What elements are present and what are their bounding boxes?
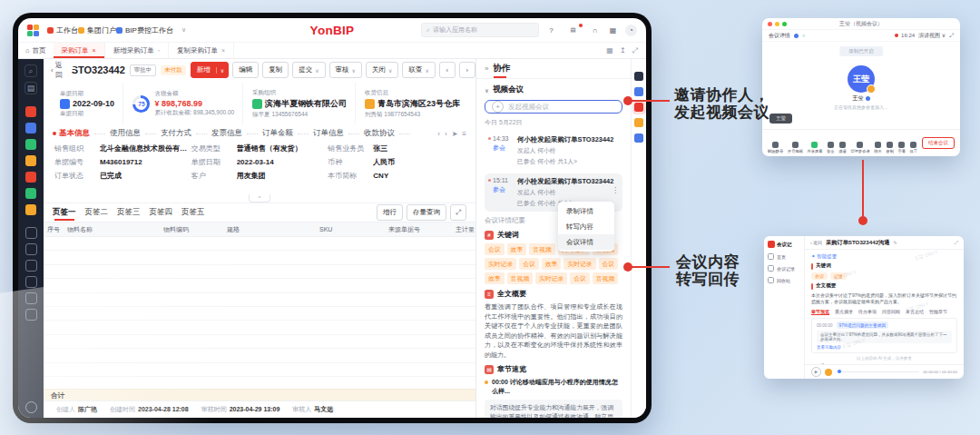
- notes-expand-icon[interactable]: ⤢: [955, 240, 958, 246]
- meeting-tool-button[interactable]: 邀请: [838, 142, 847, 153]
- page-tab[interactable]: 页签五: [181, 204, 205, 221]
- seek-bar[interactable]: [836, 371, 919, 373]
- notes-tab[interactable]: 问答回顾: [882, 309, 900, 315]
- table-row[interactable]: [44, 279, 475, 292]
- nav-caret-icon[interactable]: ∨: [181, 26, 186, 34]
- table-row[interactable]: [44, 307, 475, 321]
- rail-app-icon[interactable]: [634, 87, 643, 96]
- ai-summary-link[interactable]: ✦ 智能提要: [811, 253, 957, 260]
- tool-chat-icon[interactable]: [25, 243, 37, 255]
- notes-tab[interactable]: 待办事项: [858, 309, 877, 315]
- meeting-item[interactable]: 14:33参会 何小栓发起采购订单STO323442发起人 何小栓已参会 何小栓…: [485, 132, 622, 170]
- page-tab[interactable]: 页签三: [117, 204, 141, 221]
- menu-icon[interactable]: ≡: [462, 130, 466, 138]
- rail-app-icon[interactable]: [634, 103, 643, 112]
- rail-app-icon[interactable]: [634, 133, 643, 143]
- keyword-tag[interactable]: 效率: [542, 258, 562, 270]
- rail-app-icon[interactable]: [634, 72, 643, 81]
- action-button[interactable]: 提交∨: [292, 62, 325, 78]
- table-row[interactable]: [44, 251, 475, 264]
- detail-tab[interactable]: 发票信息: [211, 128, 242, 139]
- calendar-icon[interactable]: ▦: [607, 25, 619, 36]
- stock-query-button[interactable]: 存量查询: [407, 204, 446, 221]
- grid-view-icon[interactable]: ▦: [606, 46, 613, 54]
- notes-tab[interactable]: 章节预览: [811, 309, 829, 315]
- keyword-tag[interactable]: 会议: [519, 258, 539, 270]
- table-row[interactable]: [44, 293, 475, 307]
- sidebar-search-icon[interactable]: ⌕: [24, 64, 37, 77]
- meeting-tool-button[interactable]: 开启视频: [788, 142, 803, 153]
- tabs-next-icon[interactable]: ›: [445, 130, 447, 138]
- tab-close-icon[interactable]: ◦: [158, 47, 160, 54]
- edit-button[interactable]: 编辑: [232, 62, 259, 78]
- notes-sidebar-item[interactable]: 首页: [768, 253, 800, 260]
- chapter-card[interactable]: 00:00:0097%退货问题的主要成因 会议主要讨论了97%的退货问题，并从数…: [811, 318, 957, 353]
- detail-tab[interactable]: 订单信息: [313, 128, 344, 139]
- prev-doc-button[interactable]: ‹: [439, 62, 456, 78]
- nav-item[interactable]: 工作台: [47, 25, 78, 35]
- menu-item[interactable]: 会议详情: [558, 234, 614, 250]
- sidebar-folder-icon[interactable]: ▤: [24, 82, 37, 94]
- tab-close-icon[interactable]: ×: [93, 47, 96, 54]
- meeting-tool-button[interactable]: 管理参会者: [850, 142, 869, 153]
- table-row[interactable]: [44, 321, 475, 334]
- maximize-grid-icon[interactable]: ⤢: [450, 204, 466, 221]
- notes-sidebar-item[interactable]: 会议记录: [768, 265, 800, 272]
- action-button[interactable]: 审核∨: [329, 62, 362, 78]
- notes-back-link[interactable]: ‹ 返回: [810, 240, 822, 245]
- rail-app-icon[interactable]: [634, 118, 643, 127]
- nav-item[interactable]: 集团门户: [78, 25, 116, 35]
- expand-icon[interactable]: ⤢: [632, 46, 638, 55]
- help-icon[interactable]: ?: [545, 25, 557, 36]
- keyword-tag[interactable]: 实时记录: [535, 272, 567, 284]
- view-mode-select[interactable]: 演讲视图 ∨: [918, 32, 946, 40]
- next-doc-button[interactable]: ›: [459, 62, 475, 78]
- topic-chip[interactable]: 97%退货问题的主要成因: [837, 321, 889, 329]
- page-tab[interactable]: 页签四: [150, 204, 173, 221]
- notes-tab[interactable]: 重点摘录: [835, 309, 853, 315]
- bell-icon[interactable]: ◔: [625, 25, 637, 36]
- app-shortcut-icon[interactable]: [25, 106, 36, 117]
- action-button[interactable]: 联查∨: [402, 62, 435, 78]
- home-tab[interactable]: ⌂首页: [18, 43, 54, 58]
- detail-tab[interactable]: 订单金额: [262, 128, 293, 139]
- start-meeting-input[interactable]: + 发起视频会议: [485, 100, 622, 114]
- keyword-tag[interactable]: 效率: [485, 272, 505, 284]
- add-row-button[interactable]: 增行: [377, 204, 403, 221]
- keyword-tag[interactable]: 音视频: [529, 243, 554, 255]
- table-row[interactable]: [44, 335, 475, 349]
- notes-tab[interactable]: 发言总结: [906, 309, 924, 315]
- view-full-link[interactable]: 查看完整内容: [817, 345, 952, 350]
- tool-folder-icon[interactable]: [25, 227, 37, 239]
- meeting-tool-button[interactable]: 解除静音: [768, 142, 783, 153]
- app-shortcut-icon[interactable]: [25, 155, 36, 166]
- collapse-panel-icon[interactable]: »: [485, 64, 488, 73]
- meeting-tool-button[interactable]: 字幕: [897, 142, 906, 153]
- tool-doc-icon[interactable]: [25, 260, 37, 272]
- join-link[interactable]: 参会: [488, 185, 512, 194]
- keyword-tag[interactable]: 实时记录: [564, 258, 595, 270]
- meeting-tool-button[interactable]: 安全: [827, 142, 835, 153]
- detail-tab[interactable]: 基本信息: [53, 128, 90, 139]
- meeting-detail-link[interactable]: 会议详情: [769, 32, 790, 40]
- notes-sidebar-item[interactable]: 回收站: [768, 277, 800, 283]
- more-icon[interactable]: ⋮: [612, 186, 619, 194]
- keyword-tag[interactable]: 会议: [570, 272, 590, 284]
- keyword-tag[interactable]: 音视频: [593, 272, 618, 284]
- upload-icon[interactable]: ↥: [620, 46, 626, 54]
- play-button[interactable]: ▶: [811, 367, 821, 377]
- keyword-tag[interactable]: 会议: [485, 243, 505, 255]
- fullscreen-icon[interactable]: ⤢: [949, 33, 954, 39]
- keyword-tag[interactable]: 会议: [599, 258, 619, 270]
- detail-tab[interactable]: 使用信息: [110, 128, 141, 139]
- app-shortcut-icon[interactable]: [25, 188, 36, 199]
- back-button[interactable]: ‹返回: [51, 60, 63, 80]
- action-button[interactable]: 关闭∨: [366, 62, 398, 78]
- page-tab[interactable]: 页签一: [53, 204, 76, 221]
- table-row[interactable]: [44, 363, 475, 377]
- menu-item[interactable]: 录制详情: [558, 203, 614, 219]
- notice-icon[interactable]: [25, 401, 37, 413]
- meeting-tool-button[interactable]: 设置: [910, 142, 918, 153]
- page-tab[interactable]: 页签二: [85, 204, 109, 221]
- join-link[interactable]: 参会: [488, 143, 512, 153]
